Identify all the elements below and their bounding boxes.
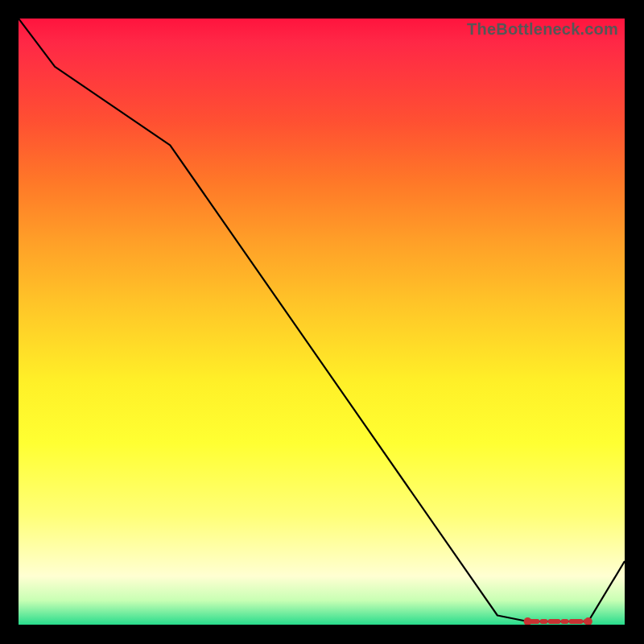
- line-series: [19, 19, 625, 621]
- flat-marker-dot-end: [584, 617, 592, 625]
- flat-marker-dot-start: [524, 617, 532, 625]
- plot-area: TheBottleneck.com: [19, 19, 625, 625]
- chart-svg: [19, 19, 625, 625]
- chart-frame: TheBottleneck.com: [0, 0, 644, 644]
